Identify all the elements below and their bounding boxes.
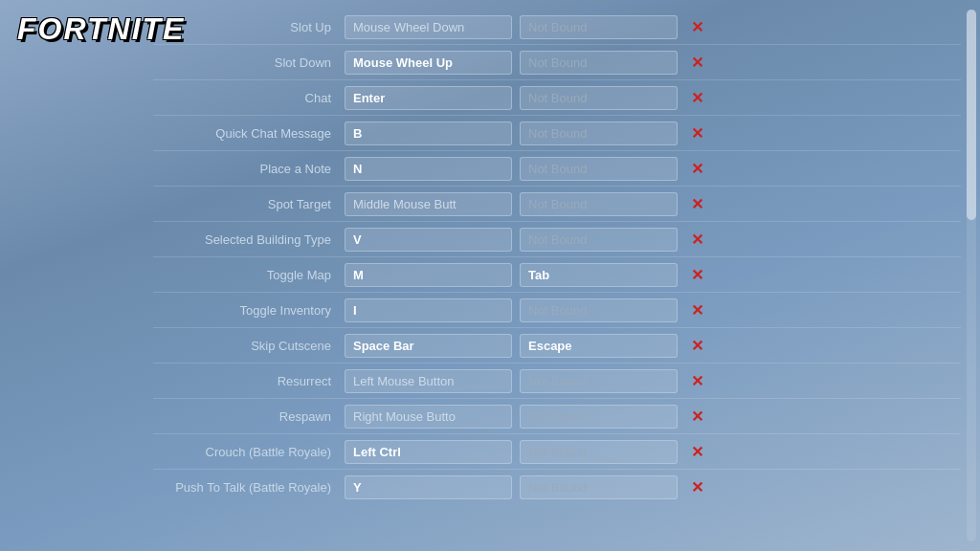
secondary-binding[interactable] [520, 298, 678, 322]
secondary-binding[interactable] [520, 475, 678, 499]
secondary-binding[interactable] [520, 334, 678, 358]
primary-binding-input[interactable] [345, 15, 512, 39]
clear-button[interactable]: ✕ [685, 89, 708, 107]
scrollbar-thumb[interactable] [967, 10, 976, 220]
clear-button[interactable]: ✕ [685, 443, 708, 461]
keybind-table: Slot Up ✕ Slot Down ✕ Chat [153, 10, 961, 505]
keybind-row: Quick Chat Message ✕ [153, 116, 961, 151]
keybind-row: Crouch (Battle Royale) ✕ [153, 434, 961, 470]
clear-button[interactable]: ✕ [685, 266, 708, 284]
clear-button[interactable]: ✕ [685, 301, 708, 320]
secondary-binding-input[interactable] [520, 51, 678, 75]
secondary-binding-input[interactable] [520, 157, 678, 181]
secondary-binding[interactable] [520, 228, 678, 252]
keybind-row: Resurrect ✕ [153, 364, 961, 399]
secondary-binding-input[interactable] [520, 263, 678, 287]
scrollbar-track[interactable] [967, 10, 976, 541]
action-label: Toggle Map [153, 268, 345, 282]
primary-binding[interactable] [345, 475, 512, 499]
primary-binding[interactable] [345, 15, 512, 39]
clear-button[interactable]: ✕ [685, 372, 708, 390]
clear-button[interactable]: ✕ [685, 18, 708, 36]
primary-binding[interactable] [345, 440, 512, 464]
primary-binding[interactable] [345, 51, 512, 75]
secondary-binding-input[interactable] [520, 86, 678, 110]
clear-button[interactable]: ✕ [685, 408, 708, 426]
primary-binding-input[interactable] [345, 192, 512, 216]
action-label: Slot Up [153, 20, 345, 34]
clear-button[interactable]: ✕ [685, 124, 708, 143]
primary-binding-input[interactable] [345, 263, 512, 287]
primary-binding[interactable] [345, 192, 512, 216]
secondary-binding[interactable] [520, 405, 678, 429]
keybind-row: Push To Talk (Battle Royale) ✕ [153, 470, 961, 505]
primary-binding-input[interactable] [345, 157, 512, 181]
action-label: Crouch (Battle Royale) [153, 445, 345, 459]
primary-binding[interactable] [345, 298, 512, 322]
secondary-binding-input[interactable] [520, 121, 678, 145]
secondary-binding[interactable] [520, 157, 678, 181]
action-label: Selected Building Type [153, 232, 345, 247]
secondary-binding-input[interactable] [520, 334, 678, 358]
keybind-row: Spot Target ✕ [153, 187, 961, 222]
action-label: Push To Talk (Battle Royale) [153, 480, 345, 495]
primary-binding-input[interactable] [345, 121, 512, 145]
primary-binding[interactable] [345, 405, 512, 429]
clear-button[interactable]: ✕ [685, 195, 708, 213]
action-label: Slot Down [153, 55, 345, 70]
primary-binding[interactable] [345, 228, 512, 252]
action-label: Resurrect [153, 374, 345, 388]
keybind-row: Slot Down ✕ [153, 45, 961, 80]
action-label: Respawn [153, 409, 345, 424]
primary-binding-input[interactable] [345, 475, 512, 499]
secondary-binding-input[interactable] [520, 192, 678, 216]
secondary-binding[interactable] [520, 51, 678, 75]
secondary-binding-input[interactable] [520, 440, 678, 464]
secondary-binding[interactable] [520, 86, 678, 110]
primary-binding-input[interactable] [345, 298, 512, 322]
clear-button[interactable]: ✕ [685, 160, 708, 178]
clear-button[interactable]: ✕ [685, 54, 708, 72]
secondary-binding[interactable] [520, 15, 678, 39]
clear-button[interactable]: ✕ [685, 337, 708, 355]
action-label: Skip Cutscene [153, 339, 345, 353]
secondary-binding-input[interactable] [520, 405, 678, 429]
keybind-row: Slot Up ✕ [153, 10, 961, 45]
action-label: Quick Chat Message [153, 126, 345, 141]
primary-binding[interactable] [345, 369, 512, 393]
keybind-row: Place a Note ✕ [153, 151, 961, 187]
secondary-binding-input[interactable] [520, 15, 678, 39]
primary-binding-input[interactable] [345, 405, 512, 429]
action-label: Spot Target [153, 197, 345, 211]
primary-binding[interactable] [345, 157, 512, 181]
secondary-binding[interactable] [520, 263, 678, 287]
secondary-binding-input[interactable] [520, 475, 678, 499]
secondary-binding-input[interactable] [520, 228, 678, 252]
secondary-binding[interactable] [520, 369, 678, 393]
primary-binding-input[interactable] [345, 334, 512, 358]
primary-binding[interactable] [345, 263, 512, 287]
secondary-binding[interactable] [520, 121, 678, 145]
primary-binding-input[interactable] [345, 440, 512, 464]
primary-binding-input[interactable] [345, 86, 512, 110]
secondary-binding[interactable] [520, 440, 678, 464]
primary-binding-input[interactable] [345, 228, 512, 252]
clear-button[interactable]: ✕ [685, 231, 708, 249]
keybind-row: Chat ✕ [153, 80, 961, 116]
action-label: Toggle Inventory [153, 303, 345, 318]
keybind-row: Selected Building Type ✕ [153, 222, 961, 257]
primary-binding[interactable] [345, 121, 512, 145]
keybind-row: Toggle Map ✕ [153, 257, 961, 293]
clear-button[interactable]: ✕ [685, 478, 708, 496]
primary-binding-input[interactable] [345, 369, 512, 393]
keybind-row: Respawn ✕ [153, 399, 961, 434]
primary-binding[interactable] [345, 86, 512, 110]
secondary-binding-input[interactable] [520, 369, 678, 393]
keybind-row: Toggle Inventory ✕ [153, 293, 961, 328]
secondary-binding[interactable] [520, 192, 678, 216]
primary-binding-input[interactable] [345, 51, 512, 75]
keybinds-panel: Slot Up ✕ Slot Down ✕ Chat [153, 0, 961, 551]
primary-binding[interactable] [345, 334, 512, 358]
action-label: Place a Note [153, 162, 345, 176]
secondary-binding-input[interactable] [520, 298, 678, 322]
